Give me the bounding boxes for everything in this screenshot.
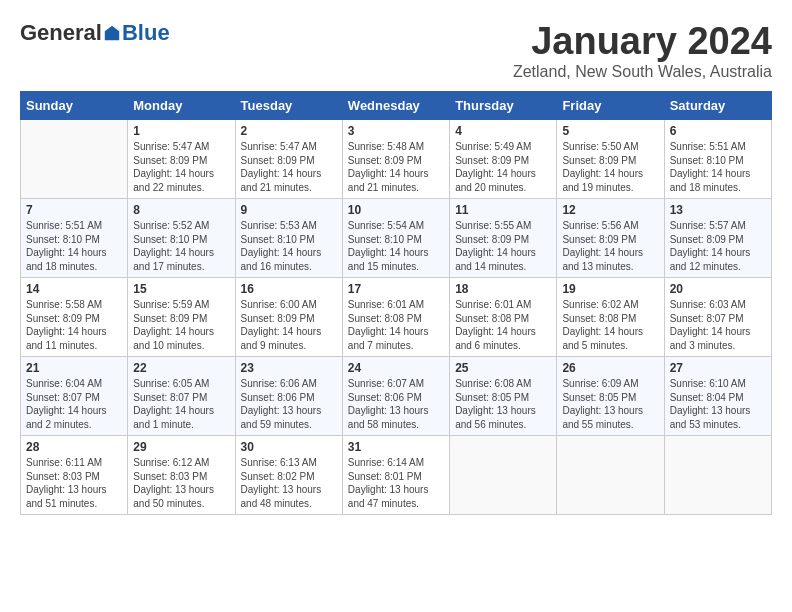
day-info: Sunrise: 5:58 AM Sunset: 8:09 PM Dayligh… xyxy=(26,298,122,352)
svg-marker-0 xyxy=(105,26,119,40)
day-number: 1 xyxy=(133,124,229,138)
logo: General Blue xyxy=(20,20,170,46)
calendar-cell-w1-d3: 2Sunrise: 5:47 AM Sunset: 8:09 PM Daylig… xyxy=(235,120,342,199)
day-number: 18 xyxy=(455,282,551,296)
calendar-week-3: 14Sunrise: 5:58 AM Sunset: 8:09 PM Dayli… xyxy=(21,278,772,357)
calendar-week-1: 1Sunrise: 5:47 AM Sunset: 8:09 PM Daylig… xyxy=(21,120,772,199)
calendar-cell-w4-d7: 27Sunrise: 6:10 AM Sunset: 8:04 PM Dayli… xyxy=(664,357,771,436)
day-info: Sunrise: 5:59 AM Sunset: 8:09 PM Dayligh… xyxy=(133,298,229,352)
day-number: 25 xyxy=(455,361,551,375)
day-number: 4 xyxy=(455,124,551,138)
day-info: Sunrise: 6:13 AM Sunset: 8:02 PM Dayligh… xyxy=(241,456,337,510)
calendar-table: Sunday Monday Tuesday Wednesday Thursday… xyxy=(20,91,772,515)
calendar-cell-w5-d5 xyxy=(450,436,557,515)
calendar-cell-w3-d5: 18Sunrise: 6:01 AM Sunset: 8:08 PM Dayli… xyxy=(450,278,557,357)
calendar-cell-w5-d6 xyxy=(557,436,664,515)
logo-icon xyxy=(103,24,121,42)
calendar-cell-w4-d3: 23Sunrise: 6:06 AM Sunset: 8:06 PM Dayli… xyxy=(235,357,342,436)
calendar-cell-w1-d4: 3Sunrise: 5:48 AM Sunset: 8:09 PM Daylig… xyxy=(342,120,449,199)
day-info: Sunrise: 5:50 AM Sunset: 8:09 PM Dayligh… xyxy=(562,140,658,194)
calendar-week-4: 21Sunrise: 6:04 AM Sunset: 8:07 PM Dayli… xyxy=(21,357,772,436)
calendar-cell-w4-d4: 24Sunrise: 6:07 AM Sunset: 8:06 PM Dayli… xyxy=(342,357,449,436)
calendar-cell-w1-d5: 4Sunrise: 5:49 AM Sunset: 8:09 PM Daylig… xyxy=(450,120,557,199)
day-number: 31 xyxy=(348,440,444,454)
day-info: Sunrise: 5:47 AM Sunset: 8:09 PM Dayligh… xyxy=(241,140,337,194)
col-sunday: Sunday xyxy=(21,92,128,120)
day-info: Sunrise: 6:14 AM Sunset: 8:01 PM Dayligh… xyxy=(348,456,444,510)
day-number: 9 xyxy=(241,203,337,217)
title-section: January 2024 Zetland, New South Wales, A… xyxy=(513,20,772,81)
day-info: Sunrise: 5:56 AM Sunset: 8:09 PM Dayligh… xyxy=(562,219,658,273)
day-number: 30 xyxy=(241,440,337,454)
col-wednesday: Wednesday xyxy=(342,92,449,120)
day-info: Sunrise: 6:06 AM Sunset: 8:06 PM Dayligh… xyxy=(241,377,337,431)
day-info: Sunrise: 6:04 AM Sunset: 8:07 PM Dayligh… xyxy=(26,377,122,431)
day-info: Sunrise: 5:51 AM Sunset: 8:10 PM Dayligh… xyxy=(670,140,766,194)
col-thursday: Thursday xyxy=(450,92,557,120)
calendar-cell-w2-d4: 10Sunrise: 5:54 AM Sunset: 8:10 PM Dayli… xyxy=(342,199,449,278)
day-number: 23 xyxy=(241,361,337,375)
day-info: Sunrise: 5:48 AM Sunset: 8:09 PM Dayligh… xyxy=(348,140,444,194)
day-number: 27 xyxy=(670,361,766,375)
day-info: Sunrise: 6:05 AM Sunset: 8:07 PM Dayligh… xyxy=(133,377,229,431)
day-number: 26 xyxy=(562,361,658,375)
location-text: Zetland, New South Wales, Australia xyxy=(513,63,772,81)
day-info: Sunrise: 5:49 AM Sunset: 8:09 PM Dayligh… xyxy=(455,140,551,194)
page-header: General Blue January 2024 Zetland, New S… xyxy=(20,20,772,81)
calendar-cell-w3-d7: 20Sunrise: 6:03 AM Sunset: 8:07 PM Dayli… xyxy=(664,278,771,357)
calendar-cell-w2-d2: 8Sunrise: 5:52 AM Sunset: 8:10 PM Daylig… xyxy=(128,199,235,278)
col-monday: Monday xyxy=(128,92,235,120)
day-number: 7 xyxy=(26,203,122,217)
day-number: 22 xyxy=(133,361,229,375)
calendar-cell-w2-d7: 13Sunrise: 5:57 AM Sunset: 8:09 PM Dayli… xyxy=(664,199,771,278)
day-info: Sunrise: 6:10 AM Sunset: 8:04 PM Dayligh… xyxy=(670,377,766,431)
calendar-cell-w4-d1: 21Sunrise: 6:04 AM Sunset: 8:07 PM Dayli… xyxy=(21,357,128,436)
col-saturday: Saturday xyxy=(664,92,771,120)
day-info: Sunrise: 5:55 AM Sunset: 8:09 PM Dayligh… xyxy=(455,219,551,273)
day-number: 29 xyxy=(133,440,229,454)
calendar-cell-w5-d1: 28Sunrise: 6:11 AM Sunset: 8:03 PM Dayli… xyxy=(21,436,128,515)
logo-blue-text: Blue xyxy=(122,20,170,46)
day-number: 24 xyxy=(348,361,444,375)
calendar-cell-w3-d4: 17Sunrise: 6:01 AM Sunset: 8:08 PM Dayli… xyxy=(342,278,449,357)
day-info: Sunrise: 6:01 AM Sunset: 8:08 PM Dayligh… xyxy=(455,298,551,352)
day-info: Sunrise: 6:09 AM Sunset: 8:05 PM Dayligh… xyxy=(562,377,658,431)
calendar-week-2: 7Sunrise: 5:51 AM Sunset: 8:10 PM Daylig… xyxy=(21,199,772,278)
calendar-cell-w1-d2: 1Sunrise: 5:47 AM Sunset: 8:09 PM Daylig… xyxy=(128,120,235,199)
day-info: Sunrise: 6:07 AM Sunset: 8:06 PM Dayligh… xyxy=(348,377,444,431)
day-number: 15 xyxy=(133,282,229,296)
calendar-cell-w5-d2: 29Sunrise: 6:12 AM Sunset: 8:03 PM Dayli… xyxy=(128,436,235,515)
day-info: Sunrise: 6:08 AM Sunset: 8:05 PM Dayligh… xyxy=(455,377,551,431)
day-number: 10 xyxy=(348,203,444,217)
calendar-cell-w5-d3: 30Sunrise: 6:13 AM Sunset: 8:02 PM Dayli… xyxy=(235,436,342,515)
calendar-cell-w5-d4: 31Sunrise: 6:14 AM Sunset: 8:01 PM Dayli… xyxy=(342,436,449,515)
day-number: 16 xyxy=(241,282,337,296)
calendar-cell-w3-d1: 14Sunrise: 5:58 AM Sunset: 8:09 PM Dayli… xyxy=(21,278,128,357)
day-number: 28 xyxy=(26,440,122,454)
day-info: Sunrise: 6:02 AM Sunset: 8:08 PM Dayligh… xyxy=(562,298,658,352)
calendar-cell-w1-d6: 5Sunrise: 5:50 AM Sunset: 8:09 PM Daylig… xyxy=(557,120,664,199)
day-info: Sunrise: 5:54 AM Sunset: 8:10 PM Dayligh… xyxy=(348,219,444,273)
calendar-cell-w2-d6: 12Sunrise: 5:56 AM Sunset: 8:09 PM Dayli… xyxy=(557,199,664,278)
day-number: 17 xyxy=(348,282,444,296)
day-info: Sunrise: 6:00 AM Sunset: 8:09 PM Dayligh… xyxy=(241,298,337,352)
day-number: 19 xyxy=(562,282,658,296)
day-number: 14 xyxy=(26,282,122,296)
day-info: Sunrise: 5:47 AM Sunset: 8:09 PM Dayligh… xyxy=(133,140,229,194)
day-info: Sunrise: 5:52 AM Sunset: 8:10 PM Dayligh… xyxy=(133,219,229,273)
day-info: Sunrise: 6:01 AM Sunset: 8:08 PM Dayligh… xyxy=(348,298,444,352)
day-info: Sunrise: 6:12 AM Sunset: 8:03 PM Dayligh… xyxy=(133,456,229,510)
calendar-cell-w3-d3: 16Sunrise: 6:00 AM Sunset: 8:09 PM Dayli… xyxy=(235,278,342,357)
day-info: Sunrise: 6:11 AM Sunset: 8:03 PM Dayligh… xyxy=(26,456,122,510)
day-number: 11 xyxy=(455,203,551,217)
calendar-cell-w4-d6: 26Sunrise: 6:09 AM Sunset: 8:05 PM Dayli… xyxy=(557,357,664,436)
calendar-week-5: 28Sunrise: 6:11 AM Sunset: 8:03 PM Dayli… xyxy=(21,436,772,515)
calendar-cell-w3-d6: 19Sunrise: 6:02 AM Sunset: 8:08 PM Dayli… xyxy=(557,278,664,357)
day-number: 2 xyxy=(241,124,337,138)
day-info: Sunrise: 5:57 AM Sunset: 8:09 PM Dayligh… xyxy=(670,219,766,273)
day-number: 6 xyxy=(670,124,766,138)
day-info: Sunrise: 5:53 AM Sunset: 8:10 PM Dayligh… xyxy=(241,219,337,273)
calendar-cell-w4-d2: 22Sunrise: 6:05 AM Sunset: 8:07 PM Dayli… xyxy=(128,357,235,436)
month-title: January 2024 xyxy=(513,20,772,63)
calendar-cell-w1-d7: 6Sunrise: 5:51 AM Sunset: 8:10 PM Daylig… xyxy=(664,120,771,199)
